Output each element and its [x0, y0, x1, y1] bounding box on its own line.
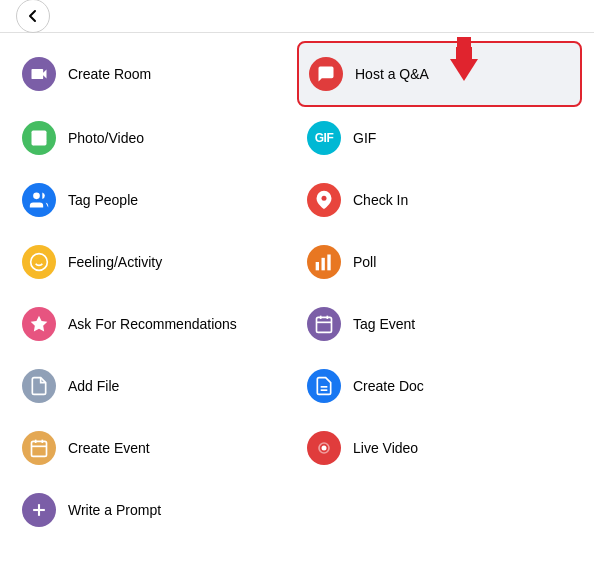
- options-grid: Create Room ? Host a Q&A Photo/Video GIF…: [0, 33, 594, 549]
- create-event-icon: [22, 431, 56, 465]
- svg-rect-8: [316, 262, 319, 270]
- check-in-label: Check In: [353, 191, 408, 209]
- svg-rect-18: [32, 441, 47, 456]
- live-video-icon: [307, 431, 341, 465]
- menu-item-add-file[interactable]: Add File: [12, 355, 297, 417]
- menu-item-poll[interactable]: Poll: [297, 231, 582, 293]
- create-room-icon: [22, 57, 56, 91]
- menu-item-tag-event[interactable]: Tag Event: [297, 293, 582, 355]
- create-doc-icon: [307, 369, 341, 403]
- create-doc-label: Create Doc: [353, 377, 424, 395]
- gif-label: GIF: [353, 129, 376, 147]
- gif-icon: GIF: [307, 121, 341, 155]
- menu-item-tag-people[interactable]: Tag People: [12, 169, 297, 231]
- check-in-icon: [307, 183, 341, 217]
- svg-point-22: [322, 446, 327, 451]
- menu-item-photo-video[interactable]: Photo/Video: [12, 107, 297, 169]
- menu-item-gif[interactable]: GIF GIF: [297, 107, 582, 169]
- svg-rect-12: [317, 317, 332, 332]
- menu-item-live-video[interactable]: Live Video: [297, 417, 582, 479]
- host-qa-label: Host a Q&A: [355, 65, 429, 83]
- menu-item-host-qa[interactable]: ? Host a Q&A: [297, 41, 582, 107]
- svg-point-4: [322, 196, 327, 201]
- svg-marker-11: [31, 316, 48, 332]
- create-room-label: Create Room: [68, 65, 151, 83]
- menu-item-check-in[interactable]: Check In: [297, 169, 582, 231]
- menu-item-create-room[interactable]: Create Room: [12, 41, 297, 107]
- poll-icon: [307, 245, 341, 279]
- svg-rect-9: [322, 258, 325, 271]
- back-button[interactable]: [16, 0, 50, 33]
- add-file-icon: [22, 369, 56, 403]
- host-qa-icon: ?: [309, 57, 343, 91]
- tag-event-icon: [307, 307, 341, 341]
- svg-point-5: [31, 254, 48, 271]
- menu-item-create-doc[interactable]: Create Doc: [297, 355, 582, 417]
- create-event-label: Create Event: [68, 439, 150, 457]
- poll-label: Poll: [353, 253, 376, 271]
- photo-video-icon: [22, 121, 56, 155]
- svg-point-3: [33, 193, 40, 200]
- menu-item-feeling-activity[interactable]: Feeling/Activity: [12, 231, 297, 293]
- live-video-label: Live Video: [353, 439, 418, 457]
- feeling-activity-icon: [22, 245, 56, 279]
- ask-recommendations-label: Ask For Recommendations: [68, 315, 237, 333]
- svg-point-2: [35, 134, 38, 137]
- header: [0, 0, 594, 33]
- tag-people-label: Tag People: [68, 191, 138, 209]
- svg-rect-10: [327, 255, 330, 271]
- ask-recommendations-icon: [22, 307, 56, 341]
- feeling-activity-label: Feeling/Activity: [68, 253, 162, 271]
- menu-item-create-event[interactable]: Create Event: [12, 417, 297, 479]
- menu-item-write-prompt[interactable]: Write a Prompt: [12, 479, 297, 541]
- tag-event-label: Tag Event: [353, 315, 415, 333]
- write-prompt-icon: [22, 493, 56, 527]
- add-file-label: Add File: [68, 377, 119, 395]
- svg-text:?: ?: [323, 70, 327, 77]
- write-prompt-label: Write a Prompt: [68, 501, 161, 519]
- menu-item-ask-recommendations[interactable]: Ask For Recommendations: [12, 293, 297, 355]
- photo-video-label: Photo/Video: [68, 129, 144, 147]
- tag-people-icon: [22, 183, 56, 217]
